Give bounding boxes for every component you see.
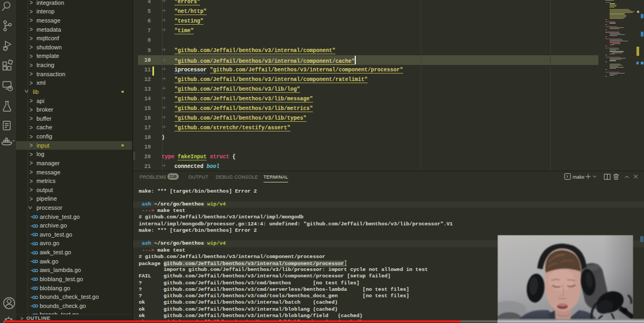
svg-text:make: make xyxy=(573,174,584,180)
